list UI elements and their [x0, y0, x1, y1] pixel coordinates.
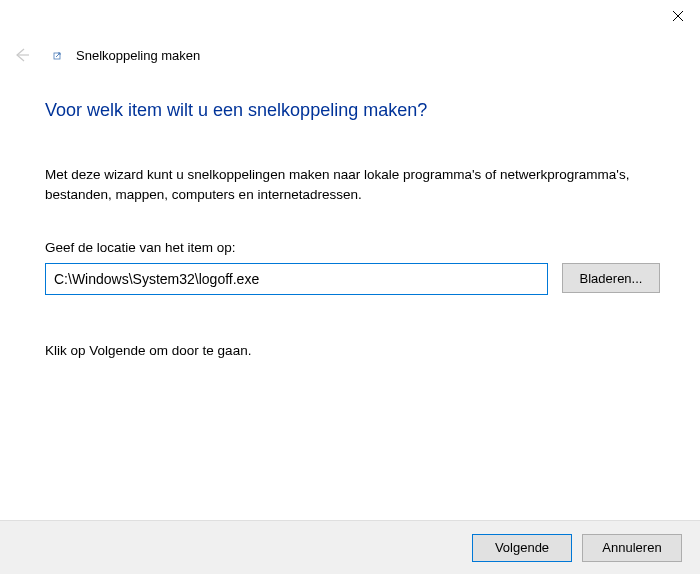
close-icon — [672, 10, 684, 22]
location-input-row: Bladeren... — [45, 263, 660, 295]
location-input[interactable] — [45, 263, 548, 295]
back-arrow-icon — [12, 46, 30, 64]
location-label: Geef de locatie van het item op: — [45, 240, 660, 255]
page-description: Met deze wizard kunt u snelkoppelingen m… — [45, 165, 660, 204]
browse-button[interactable]: Bladeren... — [562, 263, 660, 293]
shortcut-icon — [52, 49, 64, 61]
next-instruction: Klik op Volgende om door te gaan. — [45, 343, 660, 358]
window-title: Snelkoppeling maken — [76, 48, 200, 63]
page-heading: Voor welk item wilt u een snelkoppeling … — [45, 100, 660, 121]
close-button[interactable] — [670, 8, 686, 24]
wizard-footer: Volgende Annuleren — [0, 520, 700, 574]
next-button[interactable]: Volgende — [472, 534, 572, 562]
cancel-button[interactable]: Annuleren — [582, 534, 682, 562]
wizard-content: Voor welk item wilt u een snelkoppeling … — [45, 100, 660, 358]
back-button[interactable] — [10, 44, 32, 66]
wizard-header: Snelkoppeling maken — [10, 44, 200, 66]
